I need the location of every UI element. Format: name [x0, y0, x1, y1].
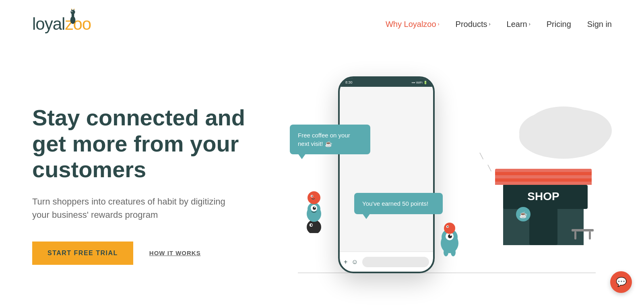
- hero-illustration: 8:30 ▪▪▪ WiFi 🔋 + ☺ Free coffee on your …: [266, 72, 612, 297]
- chat-icon: 💬: [616, 277, 627, 287]
- svg-rect-45: [589, 231, 591, 239]
- phone-time: 8:30: [345, 80, 353, 84]
- chevron-down-icon: ›: [438, 21, 440, 27]
- emoji-icon: ☺: [351, 258, 358, 266]
- svg-rect-35: [495, 169, 592, 172]
- chat-bubble-2: You've earned 50 points!: [354, 193, 443, 214]
- arrow-decoration-2: ╲: [488, 165, 491, 171]
- chat-bubble-1: Free coffee on your next visit! ☕: [290, 125, 370, 154]
- phone-body: [340, 87, 433, 252]
- monster-left-character: [298, 181, 330, 235]
- svg-rect-36: [495, 175, 592, 178]
- plus-icon: +: [344, 258, 347, 266]
- svg-point-19: [314, 207, 316, 208]
- nav-products[interactable]: Products ›: [456, 20, 491, 29]
- main-nav: Why Loyalzoo › Products › Learn › Pricin…: [386, 20, 612, 29]
- how-it-works-button[interactable]: HOW IT WORKS: [149, 250, 201, 256]
- chevron-down-icon: ›: [529, 21, 530, 27]
- monster-right-character: [435, 217, 465, 259]
- logo[interactable]: loyalzoo: [32, 14, 103, 34]
- phone-mockup: 8:30 ▪▪▪ WiFi 🔋 + ☺: [338, 76, 435, 273]
- arrow-decoration-1: ╲: [480, 153, 483, 159]
- svg-text:☕: ☕: [519, 211, 527, 219]
- chat-support-button[interactable]: 💬: [610, 271, 632, 293]
- hero-left: Stay connected and get more from your cu…: [32, 105, 266, 264]
- svg-point-14: [311, 224, 312, 226]
- shop-illustration: SHOP ☕: [491, 129, 596, 259]
- svg-point-20: [308, 191, 320, 204]
- nav-why-loyalzoo[interactable]: Why Loyalzoo ›: [386, 20, 440, 29]
- svg-point-22: [312, 196, 313, 197]
- svg-text:SHOP: SHOP: [527, 190, 559, 203]
- svg-point-3: [72, 11, 72, 12]
- giraffe-icon: [67, 9, 79, 25]
- svg-point-30: [444, 223, 455, 234]
- phone-bottom-bar: + ☺: [340, 252, 433, 272]
- svg-point-28: [444, 248, 448, 256]
- svg-rect-38: [529, 205, 557, 245]
- svg-rect-37: [495, 182, 592, 185]
- hero-subtitle: Turn shoppers into creatures of habit by…: [32, 195, 233, 221]
- svg-point-2: [71, 10, 75, 14]
- nav-pricing[interactable]: Pricing: [547, 20, 571, 29]
- svg-rect-44: [574, 231, 576, 239]
- phone-input: [362, 257, 429, 267]
- svg-point-29: [451, 248, 456, 256]
- svg-point-27: [450, 234, 452, 236]
- start-free-trial-button[interactable]: START FREE TRIAL: [32, 242, 133, 265]
- phone-signal: ▪▪▪ WiFi 🔋: [412, 81, 427, 84]
- hero-buttons: START FREE TRIAL HOW IT WORKS: [32, 242, 266, 265]
- phone-screen: 8:30 ▪▪▪ WiFi 🔋 + ☺: [340, 78, 433, 272]
- nav-signin[interactable]: Sign in: [587, 20, 612, 29]
- chevron-down-icon: ›: [489, 21, 491, 27]
- ground-line: [298, 272, 596, 273]
- hero-title: Stay connected and get more from your cu…: [32, 105, 266, 182]
- hero-section: Stay connected and get more from your cu…: [0, 48, 644, 305]
- header: loyalzoo Why Loyalzoo › Products › Learn…: [0, 0, 644, 48]
- nav-learn[interactable]: Learn ›: [507, 20, 530, 29]
- svg-point-32: [447, 226, 448, 227]
- logo-loyal: loyal: [32, 14, 65, 33]
- svg-rect-43: [572, 229, 594, 231]
